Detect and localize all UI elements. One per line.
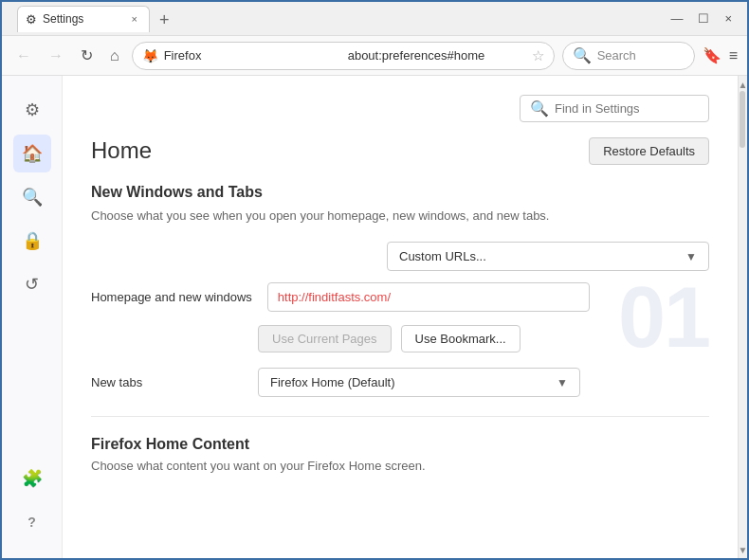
find-in-settings-bar: 🔍	[91, 95, 709, 122]
scrollbar[interactable]: ▲ ▼	[738, 76, 747, 558]
new-windows-title: New Windows and Tabs	[91, 184, 709, 201]
homepage-label: Homepage and new windows	[91, 290, 252, 304]
title-bar: ⚙ Settings × + — ☐ ×	[2, 2, 747, 36]
pocket-button[interactable]: 🔖	[703, 46, 722, 64]
tab-settings-icon: ⚙	[26, 12, 37, 27]
homepage-row: Homepage and new windows	[91, 282, 709, 312]
new-tabs-label: New tabs	[91, 375, 243, 389]
active-tab[interactable]: ⚙ Settings ×	[17, 6, 150, 32]
find-in-settings-input[interactable]	[555, 101, 699, 116]
scroll-down-button[interactable]: ▼	[740, 543, 747, 556]
tab-close-button[interactable]: ×	[132, 13, 137, 25]
minimize-button[interactable]: —	[670, 11, 683, 26]
browser-search-bar[interactable]: 🔍 Search	[562, 42, 695, 70]
scroll-thumb[interactable]	[740, 91, 745, 148]
new-windows-desc: Choose what you see when you open your h…	[91, 208, 709, 223]
section-divider	[91, 416, 709, 417]
close-button[interactable]: ×	[724, 11, 732, 26]
new-tabs-row: New tabs Firefox Home (Default) ▼	[91, 368, 709, 397]
content-area: ⚙ 🏠 🔍 🔒 ↺ 🧩 ? 01 🔍 H	[2, 76, 747, 558]
homepage-url-input[interactable]	[267, 282, 590, 312]
use-bookmark-button[interactable]: Use Bookmark...	[401, 325, 521, 352]
home-button[interactable]: ⌂	[105, 44, 124, 68]
sidebar-bottom: 🧩 ?	[13, 460, 51, 558]
sidebar-item-extensions[interactable]: 🧩	[13, 460, 51, 497]
homepage-buttons-row: Use Current Pages Use Bookmark...	[91, 325, 709, 352]
firefox-home-title: Firefox Home Content	[91, 436, 709, 453]
sidebar-item-home[interactable]: 🏠	[13, 135, 51, 172]
menu-button[interactable]: ≡	[729, 47, 738, 64]
new-windows-section: New Windows and Tabs Choose what you see…	[91, 184, 709, 397]
find-search-icon: 🔍	[530, 99, 549, 117]
find-input-wrap[interactable]: 🔍	[520, 95, 709, 122]
sidebar-item-search[interactable]: 🔍	[13, 178, 51, 216]
tab-bar: ⚙ Settings × +	[9, 6, 667, 32]
site-name: Firefox	[164, 48, 342, 63]
settings-panel: 01 🔍 Home Restore Defaults New Windows a…	[63, 76, 738, 558]
address-bar: ← → ↻ ⌂ 🦊 Firefox about:preferences#home…	[2, 36, 747, 76]
restore-defaults-button[interactable]: Restore Defaults	[589, 137, 709, 165]
new-tab-button[interactable]: +	[154, 10, 175, 30]
dropdown-arrow-icon: ▼	[685, 250, 697, 263]
sidebar-item-sync[interactable]: ↺	[13, 265, 51, 303]
sidebar-item-help[interactable]: ?	[13, 503, 51, 541]
firefox-logo-icon: 🦊	[142, 48, 158, 63]
new-tabs-value: Firefox Home (Default)	[270, 375, 394, 389]
scroll-up-button[interactable]: ▲	[740, 78, 747, 91]
settings-sidebar: ⚙ 🏠 🔍 🔒 ↺ 🧩 ?	[2, 76, 63, 558]
url-display: about:preferences#home	[348, 48, 526, 63]
search-label: Search	[597, 48, 636, 63]
firefox-home-section: Firefox Home Content Choose what content…	[91, 436, 709, 473]
window-controls: — ☐ ×	[670, 11, 740, 26]
custom-urls-label: Custom URLs...	[399, 249, 486, 263]
sidebar-item-privacy[interactable]: 🔒	[13, 222, 51, 260]
firefox-home-desc: Choose what content you want on your Fir…	[91, 459, 709, 473]
forward-button[interactable]: →	[44, 44, 68, 68]
scroll-track[interactable]	[739, 91, 747, 543]
bookmark-star-button[interactable]: ☆	[532, 47, 544, 64]
search-icon: 🔍	[573, 46, 592, 64]
back-button[interactable]: ←	[11, 44, 36, 68]
sidebar-item-settings[interactable]: ⚙	[13, 91, 51, 129]
custom-urls-dropdown[interactable]: Custom URLs... ▼	[387, 242, 709, 271]
use-current-pages-button[interactable]: Use Current Pages	[258, 325, 392, 352]
page-header: Home Restore Defaults	[91, 137, 709, 165]
page-title: Home	[91, 137, 589, 164]
tab-label: Settings	[43, 12, 83, 26]
browser-frame: ⚙ Settings × + — ☐ × ← → ↻ ⌂ 🦊 Firefox a…	[2, 2, 747, 558]
address-bar-input[interactable]: 🦊 Firefox about:preferences#home ☆	[132, 42, 555, 70]
maximize-button[interactable]: ☐	[698, 11, 709, 26]
new-tabs-dropdown[interactable]: Firefox Home (Default) ▼	[258, 368, 580, 397]
reload-button[interactable]: ↻	[76, 43, 98, 68]
new-tabs-dropdown-arrow-icon: ▼	[557, 376, 568, 389]
